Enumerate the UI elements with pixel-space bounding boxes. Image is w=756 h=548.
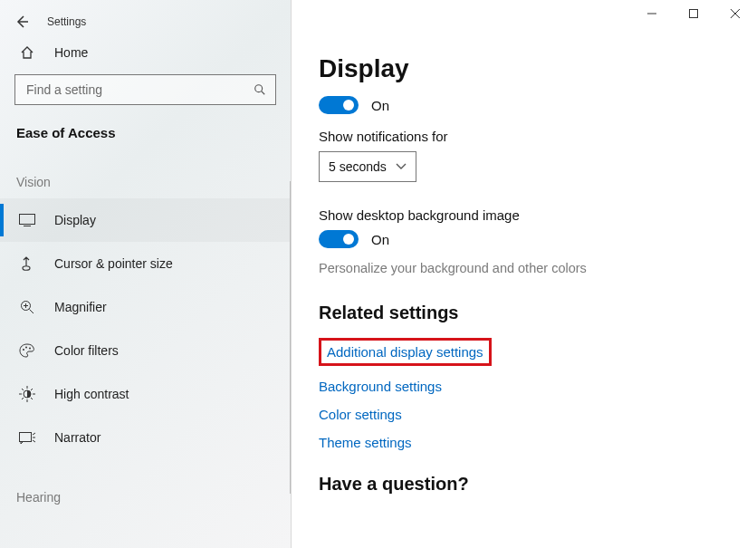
toggle-display[interactable]: On <box>319 96 729 114</box>
link-background-settings[interactable]: Background settings <box>319 379 729 394</box>
sidebar-item-label: High contrast <box>54 387 129 401</box>
personalize-hint: Personalize your background and other co… <box>319 261 729 275</box>
sidebar-home[interactable]: Home <box>0 36 291 69</box>
svg-point-10 <box>29 348 31 350</box>
svg-line-19 <box>31 389 33 390</box>
home-icon <box>16 45 38 60</box>
minimize-button[interactable] <box>631 0 673 27</box>
contrast-icon <box>16 386 38 402</box>
back-icon[interactable] <box>14 14 29 29</box>
toggle-state-label: On <box>371 232 389 247</box>
svg-point-0 <box>255 85 263 92</box>
window-controls <box>631 0 756 27</box>
link-color-settings[interactable]: Color settings <box>319 407 729 422</box>
search-input[interactable] <box>24 82 254 98</box>
sidebar-item-display[interactable]: Display <box>0 198 291 242</box>
sidebar-category: Ease of Access <box>0 116 291 157</box>
svg-line-18 <box>22 398 24 399</box>
sidebar-item-label: Magnifier <box>54 300 107 314</box>
svg-rect-25 <box>690 10 698 18</box>
svg-rect-2 <box>20 215 35 225</box>
sidebar-item-narrator[interactable]: Narrator <box>0 416 291 459</box>
svg-point-9 <box>25 347 27 349</box>
titlebar: Settings <box>0 7 291 36</box>
magnifier-icon <box>16 300 38 314</box>
svg-rect-20 <box>20 433 32 442</box>
sidebar-item-color-filters[interactable]: Color filters <box>0 329 291 372</box>
narrator-icon <box>16 430 38 445</box>
window-title: Settings <box>47 15 86 28</box>
sidebar-item-label: Cursor & pointer size <box>54 256 173 271</box>
highlighted-link-box: Additional display settings <box>319 338 492 366</box>
link-theme-settings[interactable]: Theme settings <box>319 435 729 450</box>
display-icon <box>16 214 38 226</box>
svg-line-1 <box>262 91 265 95</box>
svg-line-17 <box>31 398 33 399</box>
close-button[interactable] <box>714 0 756 27</box>
search-icon <box>254 83 266 96</box>
search-box[interactable] <box>14 74 276 105</box>
chevron-down-icon <box>396 163 407 170</box>
sidebar-group-vision: Vision <box>0 157 291 198</box>
sidebar: Settings Home Ease of Access Vision Disp… <box>0 0 292 548</box>
toggle-state-label: On <box>371 98 389 113</box>
notifications-label: Show notifications for <box>319 129 729 144</box>
sidebar-item-label: Display <box>54 213 96 227</box>
have-a-question-title: Have a question? <box>319 474 729 495</box>
related-settings-title: Related settings <box>319 303 729 323</box>
notifications-value: 5 seconds <box>329 159 387 174</box>
toggle-switch-icon <box>319 230 359 248</box>
maximize-button[interactable] <box>673 0 714 27</box>
sidebar-home-label: Home <box>54 45 88 60</box>
cursor-icon <box>16 255 38 272</box>
link-additional-display[interactable]: Additional display settings <box>327 344 483 360</box>
svg-line-23 <box>33 440 35 442</box>
sidebar-item-high-contrast[interactable]: High contrast <box>0 372 291 416</box>
desktop-bg-label: Show desktop background image <box>319 207 729 223</box>
svg-line-7 <box>30 310 34 314</box>
svg-line-21 <box>33 433 35 435</box>
page-title: Display <box>319 54 729 83</box>
sidebar-item-label: Narrator <box>54 430 100 445</box>
sidebar-group-hearing: Hearing <box>0 459 291 514</box>
svg-line-16 <box>22 389 24 390</box>
sidebar-scroll-track[interactable] <box>290 181 291 494</box>
toggle-desktop-bg[interactable]: On <box>319 230 729 248</box>
main-content: Display On Show notifications for 5 seco… <box>292 0 756 548</box>
svg-point-8 <box>23 349 24 351</box>
sidebar-item-label: Color filters <box>54 343 119 358</box>
palette-icon <box>16 343 38 358</box>
settings-window: Settings Home Ease of Access Vision Disp… <box>0 0 756 548</box>
sidebar-item-cursor[interactable]: Cursor & pointer size <box>0 242 291 285</box>
notifications-select[interactable]: 5 seconds <box>319 151 416 182</box>
sidebar-item-magnifier[interactable]: Magnifier <box>0 285 291 329</box>
toggle-switch-icon <box>319 96 359 114</box>
